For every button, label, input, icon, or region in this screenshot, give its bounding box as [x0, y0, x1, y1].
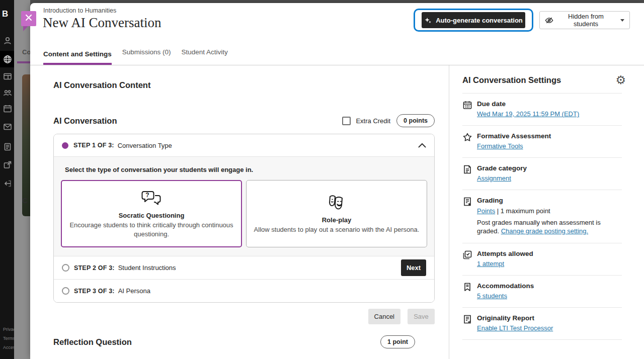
change-grade-posting-link[interactable]: Change grade posting setting. [501, 227, 588, 235]
background-heading-fragment: C [22, 196, 28, 205]
divider [462, 339, 622, 340]
settings-heading: AI Conversation Settings [462, 75, 561, 85]
step-3-header[interactable]: STEP 3 OF 3: AI Persona [54, 279, 434, 302]
organizations-icon[interactable] [3, 88, 12, 98]
close-button-tail [23, 26, 28, 31]
step-2-header[interactable]: STEP 2 OF 3: Student Instructions Next [54, 256, 434, 279]
chevron-down-icon [620, 19, 624, 22]
eye-slash-icon [545, 16, 553, 25]
setting-formative-assessment: Formative Assessment Formative Tools [462, 126, 622, 157]
setting-attempts-allowed: Attempts allowed 1 attempt [462, 243, 622, 275]
svg-text:?: ? [145, 192, 149, 199]
question-bubbles-icon: ? [140, 189, 163, 209]
originality-icon [462, 314, 472, 324]
reflection-question-heading: Reflection Question [53, 337, 132, 347]
tab-bar: Content and Settings Submissions (0) Stu… [30, 45, 644, 65]
autogen-focus-ring: Auto-generate conversation [414, 9, 533, 32]
attempts-link[interactable]: 1 attempt [477, 260, 504, 267]
sign-out-icon[interactable] [3, 179, 12, 188]
profile-icon[interactable] [3, 36, 12, 45]
sparkle-icon [424, 17, 432, 24]
step-1-header[interactable]: STEP 1 OF 3: Conversation Type [54, 134, 434, 156]
step-radio-icon [62, 287, 69, 295]
accommodations-link[interactable]: 5 students [477, 292, 507, 300]
cancel-button[interactable]: Cancel [368, 309, 400, 324]
bookmark-icon [462, 282, 472, 292]
background-tab-underline [17, 61, 30, 63]
extra-credit-checkbox[interactable] [342, 117, 351, 125]
setting-originality-report: Originality Report Enable LTI Test Proce… [462, 308, 622, 339]
chevron-up-icon[interactable] [418, 143, 426, 148]
visibility-dropdown[interactable]: Hidden from students [539, 11, 630, 29]
conversation-steps-accordion: STEP 1 OF 3: Conversation Type Select th… [53, 134, 435, 303]
attempts-icon [462, 250, 472, 260]
breadcrumb: Introduction to Humanities [43, 7, 116, 14]
close-icon [25, 14, 32, 23]
next-button[interactable]: Next [401, 259, 426, 276]
tools-icon[interactable] [3, 160, 12, 169]
step-active-dot [62, 142, 68, 149]
accessibility-link[interactable]: Accessibility [3, 345, 14, 350]
setting-label: Due date [477, 100, 579, 108]
courses-icon[interactable] [3, 72, 12, 81]
points-badge[interactable]: 0 points [396, 114, 435, 127]
star-icon [462, 132, 472, 142]
tab-student-activity[interactable]: Student Activity [182, 48, 228, 65]
auto-generate-conversation-button[interactable]: Auto-generate conversation [422, 12, 525, 28]
setting-grade-category: Grade category Assignment [462, 158, 622, 190]
calendar-icon [462, 100, 472, 110]
setting-accommodations: Accommodations 5 students [462, 276, 622, 307]
due-date-link[interactable]: Wed Mar 19, 2025 11:59 PM (EDT) [477, 110, 579, 118]
dimmed-background-page: Co C [14, 0, 30, 359]
main-content-column: AI Conversation Content AI Conversation … [30, 65, 449, 359]
new-ai-conversation-panel: Introduction to Humanities New AI Conver… [30, 3, 644, 359]
grading-rubric-icon [462, 197, 472, 207]
save-button[interactable]: Save [408, 309, 435, 324]
grades-icon[interactable] [3, 142, 12, 151]
setting-label: Formative Assessment [477, 132, 551, 140]
points-link[interactable]: Points [477, 207, 495, 215]
gear-icon[interactable]: ⚙ [615, 74, 626, 86]
base-navigation: B Privacy Terms Accessibility [0, 0, 14, 359]
formative-tools-link[interactable]: Formative Tools [477, 142, 523, 150]
step-radio-icon [62, 264, 69, 272]
theater-masks-icon [326, 193, 348, 213]
background-tab-fragment: Co [22, 48, 30, 56]
background-course-image [22, 74, 30, 216]
setting-due-date: Due date Wed Mar 19, 2025 11:59 PM (EDT) [462, 94, 622, 125]
originality-report-link[interactable]: Enable LTI Test Processor [477, 324, 553, 332]
section-title: AI Conversation Content [53, 80, 435, 90]
document-icon [462, 164, 472, 174]
ai-conversation-heading: AI Conversation [53, 116, 117, 126]
messages-icon[interactable] [3, 122, 12, 131]
terms-link[interactable]: Terms [3, 336, 14, 341]
setting-label: Originality Report [477, 314, 553, 322]
reflection-points-badge[interactable]: 1 point [380, 335, 415, 348]
setting-label: Grade category [477, 164, 527, 172]
conversation-type-prompt: Select the type of conversation your stu… [65, 166, 427, 173]
step-1-body: Select the type of conversation your stu… [54, 156, 434, 256]
setting-grading: Grading Points | 1 maximum point Post gr… [462, 190, 622, 243]
settings-panel: AI Conversation Settings ⚙ Due date Wed … [449, 65, 644, 359]
calendar-nav-icon[interactable] [3, 104, 12, 113]
tab-submissions[interactable]: Submissions (0) [122, 48, 171, 65]
tab-content-and-settings[interactable]: Content and Settings [43, 50, 112, 65]
blackboard-logo: B [2, 9, 8, 19]
close-button[interactable] [21, 11, 36, 26]
max-point-text: | 1 maximum point [497, 207, 550, 215]
option-socratic-questioning[interactable]: ? Socratic Questioning Encourage student… [61, 180, 242, 247]
privacy-link[interactable]: Privacy [3, 327, 14, 332]
setting-label: Attempts allowed [477, 250, 533, 257]
setting-label: Accommodations [477, 282, 534, 290]
page-title: New AI Conversation [43, 15, 161, 31]
option-role-play[interactable]: Role-play Allow students to play out a s… [246, 180, 427, 247]
activity-globe-icon[interactable] [3, 55, 12, 64]
grade-category-link[interactable]: Assignment [477, 174, 511, 182]
setting-label: Grading [477, 197, 622, 204]
extra-credit-label: Extra Credit [356, 117, 390, 125]
